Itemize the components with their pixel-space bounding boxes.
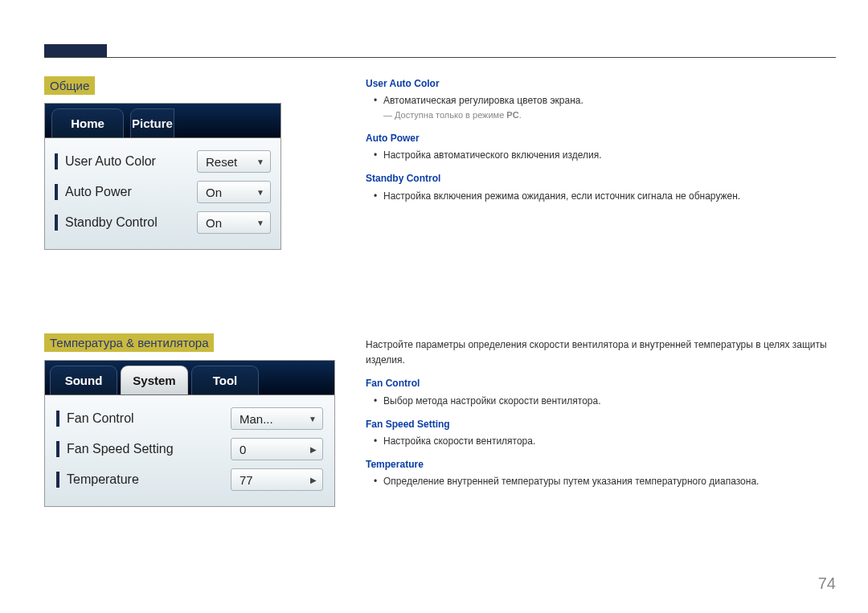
- menu-label: Fan Speed Setting: [56, 441, 223, 457]
- panel-1: Home Picture User Auto Color Reset▼ Auto…: [44, 103, 281, 250]
- panel-2: Sound System Tool Fan Control Man...▼ Fa…: [44, 360, 335, 507]
- chevron-right-icon: ▶: [310, 445, 317, 454]
- menu-row: Fan Control Man...▼: [56, 403, 323, 434]
- menu-label-text: Auto Power: [65, 185, 132, 199]
- section-1-description: User Auto Color Автоматическая регулиров…: [366, 76, 836, 204]
- header-rule: [44, 57, 836, 58]
- desc-bullet: Определение внутренней температуры путем…: [366, 474, 836, 489]
- note-bold: PC: [506, 110, 518, 120]
- menu-row: Temperature 77▶: [56, 464, 323, 495]
- menu-label: User Auto Color: [55, 153, 189, 170]
- desc-bullet: Настройка автоматического включения изде…: [366, 148, 836, 163]
- tab-system[interactable]: System: [121, 366, 188, 394]
- menu-body-2: Fan Control Man...▼ Fan Speed Setting 0▶…: [45, 395, 334, 506]
- desc-bullet: Настройка включения режима ожидания, есл…: [366, 189, 836, 204]
- menu-body-1: User Auto Color Reset▼ Auto Power On▼ St…: [45, 138, 280, 249]
- dropdown-fan-control[interactable]: Man...▼: [231, 407, 323, 430]
- tab-picture[interactable]: Picture: [130, 108, 174, 137]
- page-number: 74: [818, 574, 836, 593]
- chevron-down-icon: ▼: [256, 219, 264, 227]
- menu-row: Auto Power On▼: [55, 177, 271, 207]
- menu-label: Fan Control: [56, 411, 223, 427]
- dropdown-user-auto-color[interactable]: Reset▼: [197, 150, 271, 173]
- header-decoration: [44, 44, 107, 57]
- desc-head: Auto Power: [366, 131, 836, 146]
- section-1-left: Общие Home Picture User Auto Color Reset…: [44, 76, 326, 250]
- bar-icon: [56, 472, 59, 488]
- tab-bar-1: Home Picture: [45, 104, 280, 138]
- menu-row: Standby Control On▼: [55, 207, 271, 238]
- bar-icon: [56, 441, 59, 457]
- desc-bullet: Выбор метода настройки скорости вентилят…: [366, 394, 836, 409]
- note-suffix: .: [519, 110, 522, 120]
- menu-label-text: Standby Control: [65, 215, 158, 230]
- bar-icon: [55, 153, 58, 170]
- menu-row: Fan Speed Setting 0▶: [56, 434, 323, 464]
- desc-head: Standby Control: [366, 171, 836, 186]
- section-2-description: Настройте параметры определения скорости…: [366, 337, 836, 490]
- dropdown-auto-power[interactable]: On▼: [197, 181, 271, 203]
- section-2-title: Температура & вентилятора: [44, 333, 214, 352]
- stepper-fan-speed[interactable]: 0▶: [231, 438, 323, 460]
- desc-head: Fan Control: [366, 376, 836, 391]
- dropdown-value: Reset: [206, 155, 237, 169]
- desc-intro: Настройте параметры определения скорости…: [366, 337, 836, 368]
- chevron-down-icon: ▼: [309, 415, 317, 423]
- dropdown-value: On: [206, 216, 222, 230]
- tab-sound[interactable]: Sound: [50, 366, 117, 394]
- tab-home[interactable]: Home: [51, 108, 124, 137]
- desc-head: Fan Speed Setting: [366, 417, 836, 432]
- chevron-right-icon: ▶: [310, 476, 317, 484]
- tab-bar-2: Sound System Tool: [45, 361, 334, 395]
- menu-row: User Auto Color Reset▼: [55, 146, 271, 177]
- note-text: Доступна только в режиме: [395, 110, 506, 120]
- chevron-down-icon: ▼: [256, 157, 264, 166]
- chevron-down-icon: ▼: [256, 188, 264, 197]
- desc-head: User Auto Color: [366, 76, 836, 92]
- menu-label-text: Temperature: [67, 472, 139, 487]
- menu-label: Standby Control: [55, 215, 189, 231]
- section-2-left: Температура & вентилятора Sound System T…: [44, 333, 334, 507]
- stepper-temperature[interactable]: 77▶: [231, 468, 323, 491]
- section-1-title: Общие: [44, 76, 95, 95]
- bar-icon: [56, 411, 59, 427]
- desc-head: Temperature: [366, 457, 836, 472]
- desc-bullet: Автоматическая регулировка цветов экрана…: [366, 93, 836, 108]
- desc-bullet: Настройка скорости вентилятора.: [366, 434, 836, 449]
- bar-icon: [55, 215, 58, 231]
- stepper-value: 77: [240, 473, 253, 487]
- menu-label-text: Fan Speed Setting: [67, 442, 174, 456]
- dropdown-value: Man...: [240, 412, 273, 426]
- bar-icon: [55, 184, 58, 200]
- menu-label: Temperature: [56, 472, 223, 488]
- menu-label: Auto Power: [55, 184, 189, 200]
- menu-label-text: Fan Control: [67, 411, 134, 426]
- menu-label-text: User Auto Color: [65, 154, 156, 169]
- dropdown-value: On: [206, 186, 222, 199]
- desc-note: Доступна только в режиме PC.: [366, 108, 836, 123]
- stepper-value: 0: [240, 443, 246, 456]
- dropdown-standby-control[interactable]: On▼: [197, 211, 271, 234]
- tab-tool[interactable]: Tool: [191, 366, 259, 394]
